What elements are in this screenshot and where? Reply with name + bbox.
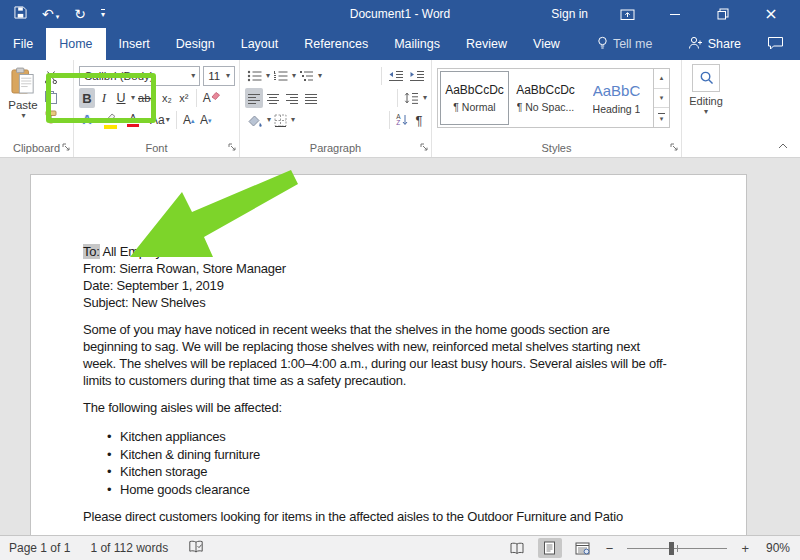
proofing-status-icon[interactable] (188, 540, 204, 557)
align-center-button[interactable] (264, 88, 282, 108)
subscript-button[interactable]: x₂ (159, 88, 175, 108)
ribbon-display-options-icon[interactable] (618, 5, 636, 23)
paragraph-dialog-launcher-icon[interactable] (420, 141, 428, 153)
selected-text[interactable]: To: (83, 244, 100, 259)
close-button[interactable]: × (762, 5, 780, 23)
style-no-spacing[interactable]: AaBbCcDc ¶ No Spac... (511, 71, 580, 125)
highlight-yellow-bar (104, 125, 117, 129)
show-paragraph-marks-button[interactable]: ¶ (411, 110, 427, 130)
shrink-font-button[interactable]: A▾ (198, 110, 214, 130)
styles-dialog-launcher-icon[interactable] (670, 141, 678, 153)
grow-font-button[interactable]: A▴ (181, 110, 197, 130)
font-dialog-launcher-icon[interactable] (228, 141, 236, 153)
web-layout-button[interactable] (571, 538, 595, 558)
styles-scroll-down-icon[interactable]: ▾ (654, 88, 669, 108)
numbering-dropdown-icon[interactable]: ▾ (292, 72, 296, 80)
borders-button[interactable] (272, 110, 289, 130)
zoom-level[interactable]: 90% (760, 541, 790, 555)
superscript-button[interactable]: x² (176, 88, 192, 108)
font-color-button[interactable]: A (125, 110, 141, 130)
save-icon[interactable] (14, 6, 27, 22)
customize-toolbar-icon[interactable]: ▾ (101, 9, 105, 19)
font-name-dropdown-icon[interactable]: ▾ (191, 72, 195, 80)
annotation-arrow (122, 169, 304, 263)
font-size-dropdown-icon[interactable]: ▾ (226, 72, 230, 80)
numbering-button[interactable] (271, 66, 290, 86)
style-normal[interactable]: AaBbCcDc ¶ Normal (440, 71, 509, 125)
tab-view[interactable]: View (520, 28, 573, 60)
zoom-slider[interactable] (627, 548, 727, 549)
borders-dropdown-icon[interactable]: ▾ (291, 116, 295, 124)
tab-design[interactable]: Design (163, 28, 228, 60)
shading-dropdown-icon[interactable]: ▾ (267, 116, 271, 124)
bullets-dropdown-icon[interactable]: ▾ (266, 72, 270, 80)
word-count[interactable]: 1 of 112 words (90, 541, 168, 555)
tab-insert[interactable]: Insert (106, 28, 163, 60)
undo-dropdown-icon[interactable]: ▾ (56, 13, 60, 21)
styles-scroll-up-icon[interactable]: ▴ (654, 69, 669, 88)
editing-find-button[interactable] (692, 64, 720, 92)
tab-mailings[interactable]: Mailings (381, 28, 453, 60)
paste-button[interactable]: Paste ▾ (5, 65, 41, 139)
align-right-button[interactable] (283, 88, 301, 108)
sign-in-link[interactable]: Sign in (551, 7, 588, 21)
font-name-combo[interactable]: Calibri (Body) ▾ (79, 66, 200, 86)
decrease-indent-button[interactable] (386, 66, 406, 86)
memo-paragraph-2: The following aisles will be affected: (83, 399, 723, 416)
page-count[interactable]: Page 1 of 1 (9, 541, 70, 555)
word-window: ↶ ▾ ↻ ▾ Document1 - Word Sign in × File … (0, 0, 800, 560)
multilevel-dropdown-icon[interactable]: ▾ (318, 72, 322, 80)
print-layout-button[interactable] (538, 538, 562, 558)
styles-expand-gallery-icon[interactable]: ▾ (654, 107, 669, 127)
ribbon-tab-row: File Home Insert Design Layout Reference… (0, 28, 800, 60)
zoom-in-button[interactable]: + (739, 541, 751, 556)
change-case-button[interactable]: Aa ▾ (148, 110, 172, 130)
justify-button[interactable] (302, 88, 320, 108)
editing-dropdown-icon[interactable]: ▾ (682, 107, 730, 116)
italic-button[interactable]: I (96, 88, 112, 108)
read-mode-button[interactable] (505, 538, 529, 558)
underline-button[interactable]: U (113, 88, 129, 108)
tab-review[interactable]: Review (453, 28, 520, 60)
zoom-slider-thumb[interactable] (669, 542, 674, 555)
text-effects-dropdown-icon[interactable]: ▾ (97, 116, 101, 124)
minimize-button[interactable] (666, 5, 684, 23)
cut-button[interactable] (44, 68, 58, 85)
zoom-out-button[interactable]: − (604, 541, 616, 556)
font-color-dropdown-icon[interactable]: ▾ (143, 116, 147, 124)
highlighter-pen-icon (104, 111, 117, 125)
bold-button[interactable]: B (79, 88, 95, 108)
redo-icon[interactable]: ↻ (74, 7, 86, 21)
tab-file[interactable]: File (0, 28, 46, 60)
paste-dropdown-icon[interactable]: ▾ (21, 112, 25, 120)
tab-home[interactable]: Home (46, 28, 105, 60)
clear-formatting-button[interactable]: A (201, 88, 218, 108)
strikethrough-button[interactable]: abc (136, 88, 158, 108)
shading-button[interactable] (245, 110, 265, 130)
undo-button[interactable]: ↶ ▾ (42, 7, 59, 21)
clipboard-dialog-launcher-icon[interactable] (62, 141, 70, 153)
restore-button[interactable] (714, 5, 732, 23)
line-spacing-dropdown-icon[interactable]: ▾ (423, 94, 427, 102)
underline-dropdown-icon[interactable]: ▾ (131, 94, 135, 102)
format-painter-button[interactable] (44, 108, 58, 125)
multilevel-list-button[interactable] (297, 66, 316, 86)
increase-indent-button[interactable] (407, 66, 427, 86)
tell-me-box[interactable]: Tell me (589, 28, 661, 60)
highlight-color-button[interactable] (102, 110, 118, 130)
copy-button[interactable] (44, 88, 58, 105)
bullets-button[interactable] (245, 66, 264, 86)
align-left-button[interactable] (245, 88, 263, 108)
comment-icon[interactable] (767, 36, 784, 53)
tab-layout[interactable]: Layout (228, 28, 292, 60)
sort-button[interactable]: A Z (394, 110, 410, 130)
line-spacing-button[interactable] (402, 88, 421, 108)
font-size-combo[interactable]: 11 ▾ (203, 66, 235, 86)
tab-references[interactable]: References (291, 28, 381, 60)
document-content[interactable]: To: All Employees From: Sierra Rowan, St… (83, 243, 723, 525)
text-effects-button[interactable]: A (79, 110, 95, 130)
collapse-ribbon-icon[interactable] (778, 138, 788, 152)
highlight-dropdown-icon[interactable]: ▾ (120, 116, 124, 124)
style-heading1[interactable]: AaBbC Heading 1 (582, 71, 651, 125)
share-button[interactable]: Share (687, 36, 741, 53)
